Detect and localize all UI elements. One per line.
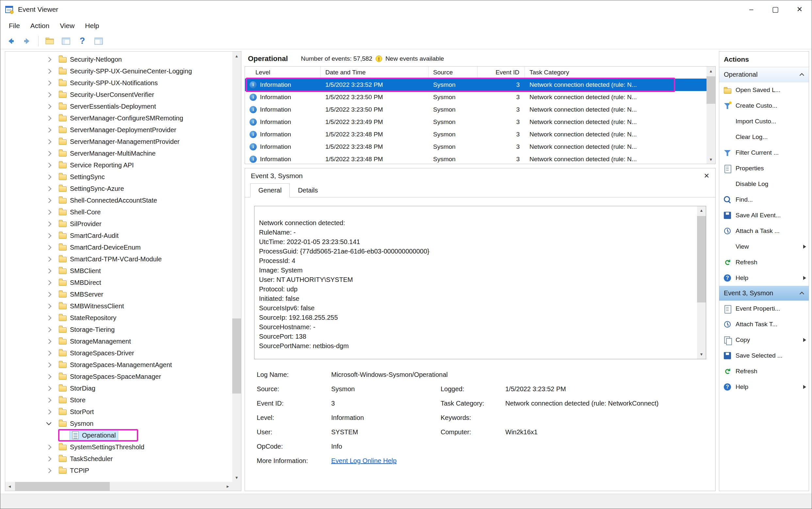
tree-item[interactable]: StorPort <box>5 406 232 418</box>
action-section-header-operational[interactable]: Operational <box>719 67 809 82</box>
expand-chevron-icon[interactable] <box>46 268 52 273</box>
expand-chevron-icon[interactable] <box>46 315 52 320</box>
show-action-pane-button[interactable] <box>91 34 106 48</box>
tree-item-body[interactable]: SMBDirect <box>57 278 103 287</box>
tree-item[interactable]: SmartCard-TPM-VCard-Module <box>5 253 232 265</box>
menu-item[interactable]: Action <box>25 19 55 33</box>
action-item[interactable]: Filter Current ... <box>719 145 809 161</box>
scroll-down-icon[interactable]: ▼ <box>707 155 715 164</box>
event-row[interactable]: Information 1/5/2022 3:23:48 PM Sysmon 3… <box>245 153 707 164</box>
action-item[interactable]: Attach a Task ... <box>719 223 809 239</box>
expand-chevron-icon[interactable] <box>46 362 52 367</box>
tab-details[interactable]: Details <box>290 183 326 197</box>
tree-item[interactable]: SmartCard-Audit <box>5 230 232 241</box>
tree-item-body[interactable]: SMBClient <box>57 266 103 276</box>
expand-chevron-icon[interactable] <box>46 174 52 179</box>
event-row[interactable]: Information 1/5/2022 3:23:48 PM Sysmon 3… <box>245 141 707 153</box>
tree-item[interactable]: Security-SPP-UX-GenuineCenter-Logging <box>5 65 232 77</box>
action-item[interactable]: Help <box>719 270 809 286</box>
tree-item[interactable]: Security-Netlogon <box>5 54 232 65</box>
event-row[interactable]: Information 1/5/2022 3:23:50 PM Sysmon 3… <box>245 91 707 103</box>
scroll-down-icon[interactable]: ▼ <box>697 350 706 359</box>
expand-chevron-icon[interactable] <box>46 151 52 156</box>
scroll-right-icon[interactable]: ► <box>223 482 232 491</box>
action-item[interactable]: Disable Log <box>719 176 809 192</box>
tree-item[interactable]: SilProvider <box>5 218 232 230</box>
tree-item-body[interactable]: Shell-Core <box>57 207 103 217</box>
tree-item[interactable]: Shell-ConnectedAccountState <box>5 195 232 206</box>
tab-general[interactable]: General <box>250 183 290 197</box>
minimize-button[interactable]: – <box>739 0 763 19</box>
scroll-thumb[interactable] <box>15 482 110 491</box>
event-row[interactable]: Information 1/5/2022 3:23:49 PM Sysmon 3… <box>245 116 707 128</box>
action-item[interactable]: Refresh <box>719 364 809 379</box>
tree-item-body[interactable]: Store <box>57 396 88 405</box>
events-vertical-scrollbar[interactable]: ▲ ▼ <box>707 67 715 164</box>
expand-chevron-icon[interactable] <box>46 57 52 62</box>
expand-chevron-icon[interactable] <box>46 127 52 133</box>
expand-chevron-icon[interactable] <box>46 444 52 450</box>
tree-item-body[interactable]: ServerManager-ManagementProvider <box>57 137 182 146</box>
scroll-down-icon[interactable]: ▼ <box>232 473 241 482</box>
tree-item-body[interactable]: Sysmon <box>57 419 96 429</box>
expand-chevron-icon[interactable] <box>46 198 52 203</box>
tree-item-body[interactable]: ServerEssentials-Deployment <box>57 102 158 111</box>
action-item[interactable]: Attach Task T... <box>719 316 809 332</box>
tree-item-body[interactable]: Security-SPP-UX-GenuineCenter-Logging <box>57 67 194 76</box>
tree-item[interactable]: ServerManager-ManagementProvider <box>5 136 232 147</box>
tree-item[interactable]: StorDiag <box>5 382 232 394</box>
tree-item-body[interactable]: SmartCard-Audit <box>57 231 121 240</box>
column-header-date-time[interactable]: Date and Time <box>321 67 429 78</box>
action-item[interactable]: Save Selected ... <box>719 348 809 364</box>
tree-item[interactable]: ServerManager-DeploymentProvider <box>5 124 232 136</box>
tree-item[interactable]: StorageSpaces-ManagementAgent <box>5 359 232 371</box>
column-header-level[interactable]: Level <box>245 67 321 78</box>
menu-item[interactable]: View <box>55 19 80 33</box>
expand-chevron-icon[interactable] <box>46 292 52 297</box>
tree-item-body[interactable]: StorageSpaces-Driver <box>57 348 136 358</box>
expand-chevron-icon[interactable] <box>46 350 52 355</box>
expand-chevron-icon[interactable] <box>46 468 52 473</box>
menu-item[interactable]: File <box>4 19 25 33</box>
tree-item[interactable]: SMBServer <box>5 289 232 300</box>
tree-item-body[interactable]: Storage-Tiering <box>57 325 117 334</box>
tree-item-body[interactable]: SMBWitnessClient <box>57 302 126 311</box>
expand-chevron-icon[interactable] <box>46 327 52 332</box>
scroll-thumb[interactable] <box>232 318 241 394</box>
back-button[interactable] <box>4 34 18 48</box>
scroll-up-icon[interactable]: ▲ <box>707 67 715 75</box>
menu-item[interactable]: Help <box>80 19 104 33</box>
scroll-up-icon[interactable]: ▲ <box>232 52 241 60</box>
tree-item[interactable]: SystemSettingsThreshold <box>5 441 232 453</box>
expand-chevron-icon[interactable] <box>46 257 52 262</box>
action-item[interactable]: Create Custo... <box>719 98 809 113</box>
expand-chevron-icon[interactable] <box>46 139 52 144</box>
action-item[interactable]: Properties <box>719 161 809 176</box>
expand-chevron-icon[interactable] <box>46 409 52 414</box>
tree-item-body[interactable]: StateRepository <box>57 313 119 323</box>
expand-chevron-icon[interactable] <box>46 456 52 461</box>
forward-button[interactable] <box>20 34 34 48</box>
detail-close-icon[interactable]: ✕ <box>704 172 710 180</box>
expand-chevron-icon[interactable] <box>46 104 52 109</box>
tree-item[interactable]: Storage-Tiering <box>5 324 232 335</box>
expand-chevron-icon[interactable] <box>46 374 52 379</box>
action-item[interactable]: Clear Log... <box>719 129 809 145</box>
expand-chevron-icon[interactable] <box>46 245 52 250</box>
column-header-event-id[interactable]: Event ID <box>477 67 525 78</box>
tree-item[interactable]: Shell-Core <box>5 206 232 218</box>
tree-item[interactable]: StorageManagement <box>5 335 232 347</box>
description-vertical-scrollbar[interactable]: ▲ ▼ <box>697 206 706 359</box>
tree-item-body[interactable]: Shell-ConnectedAccountState <box>57 196 159 205</box>
tree-item-body[interactable]: StorageManagement <box>57 337 133 346</box>
tree-item-body[interactable]: TCPIP <box>57 466 91 475</box>
tree-item[interactable]: Sysmon <box>5 418 232 430</box>
tree-item-body[interactable]: StorDiag <box>57 384 98 393</box>
tree-item[interactable]: TaskScheduler <box>5 453 232 465</box>
action-item[interactable]: Refresh <box>719 254 809 270</box>
column-header-source[interactable]: Source <box>429 67 477 78</box>
tree-item[interactable]: Security-UserConsentVerifier <box>5 89 232 101</box>
tree-item[interactable]: Service Reporting API <box>5 159 232 171</box>
expand-chevron-icon[interactable] <box>46 339 52 344</box>
expand-chevron-icon[interactable] <box>46 420 52 425</box>
